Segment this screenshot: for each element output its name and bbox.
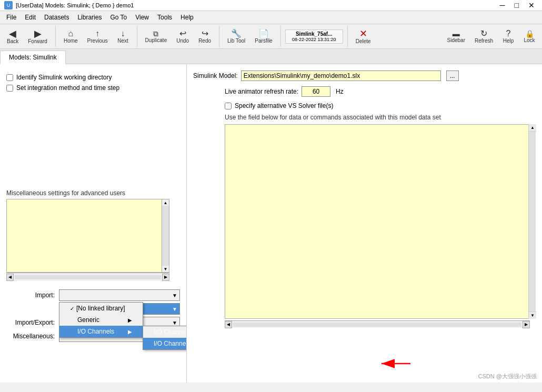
context-generic[interactable]: Generic ▶ [59,314,143,326]
delete-label: Delete [356,38,371,44]
menu-tools[interactable]: Tools [153,12,176,23]
home-button[interactable]: ⌂ Home [60,27,82,46]
watermark: CSDN @大强强小强强 [478,373,537,380]
menu-bar: File Edit Datasets Libraries Go To View … [0,11,542,24]
duplicate-button[interactable]: ⧉ Duplicate [142,28,171,45]
menu-goto[interactable]: Go To [106,12,131,23]
import-export-arrow: ▼ [172,320,177,326]
live-animator-row: Live animator refresh rate: Hz [225,86,536,97]
menu-view[interactable]: View [131,12,153,23]
back-icon: ◀ [9,29,16,38]
libtool-button[interactable]: 🔧 Lib Tool [224,27,249,46]
toolbar-sep-2 [137,26,137,47]
maximize-btn[interactable]: □ [511,1,522,9]
help-label: Help [503,38,514,44]
live-animator-unit: Hz [336,88,344,95]
right-hscroll: ◀ ▶ [225,320,530,328]
lock-button[interactable]: 🔒 Lock [520,28,539,45]
libtool-label: Lib Tool [227,38,245,44]
import-select[interactable]: ▼ [59,289,180,301]
lock-label: Lock [524,37,535,43]
previous-icon: ↑ [95,29,99,38]
refresh-button[interactable]: ↻ Refresh [471,27,497,46]
import-row: Import: ▼ [6,289,180,301]
undo-button[interactable]: ↩ Undo [173,27,193,46]
checkbox-solver-label: Specify alternative VS Solver file(s) [235,102,333,109]
next-button[interactable]: ↓ Next [114,27,133,46]
miscellaneous-label: Miscellaneous: [6,333,59,340]
app-icon: U [4,1,13,9]
right-hscroll-left[interactable]: ◀ [225,321,232,328]
menu-libraries[interactable]: Libraries [73,12,106,23]
checkbox-integration-input[interactable] [6,85,13,92]
simulink-model-row: Simulink Model: ... [193,71,536,81]
delete-icon: ✕ [359,29,367,38]
redo-icon: ↪ [202,29,208,38]
previous-button[interactable]: ↑ Previous [84,27,112,46]
checkmark-no-library: ✓ [70,306,74,311]
forward-icon: ▶ [34,29,42,38]
tab-bar: Models: Simulink [0,49,542,64]
home-icon: ⌂ [68,29,73,38]
tab-models-simulink[interactable]: Models: Simulink [0,51,66,64]
context-no-library[interactable]: ✓[No linked library] [59,303,143,314]
context-io-channels[interactable]: I/O Channels ▶ I/O Channels: Ports I/O C… [59,326,143,337]
generic-submenu-arrow: ▶ [128,317,132,323]
checkbox-solver-input[interactable] [225,103,232,109]
duplicate-label: Duplicate [145,37,167,43]
sidebar-button[interactable]: ▬ Sidebar [444,28,469,45]
right-panel: Simulink Model: ... Live animator refres… [187,64,542,383]
file-name: Simlink_75af... [296,31,332,37]
forward-button[interactable]: ▶ Forward [24,27,51,46]
submenu-io-export[interactable]: I/O Channels: Export [143,338,187,349]
help-icon: ? [506,29,511,38]
hscroll-right[interactable]: ▶ [162,274,169,281]
checkbox-integration: Set integration method and time step [6,84,180,92]
textarea-vscroll: ▲ ▼ [528,124,536,319]
browse-button[interactable]: ... [446,71,459,81]
checkbox-identify-input[interactable] [6,74,13,81]
simulink-model-input[interactable] [241,71,441,81]
title-bar: U [UserData] Models: Simulink; { Demo } … [0,0,542,11]
misc-hscroll: ◀ ▶ [6,273,169,281]
previous-label: Previous [87,38,108,44]
hscroll-left[interactable]: ◀ [6,274,14,281]
redo-button[interactable]: ↪ Redo [195,27,215,46]
data-textarea[interactable] [225,124,530,319]
context-menu: ✓[No linked library] Generic ▶ I/O Chann… [59,302,143,338]
menu-datasets[interactable]: Datasets [40,12,73,23]
textarea-scroll-track [529,132,536,311]
delete-button[interactable]: ✕ Delete [352,27,375,46]
duplicate-icon: ⧉ [153,30,158,37]
scroll-down-arrow[interactable]: ▼ [163,266,169,272]
refresh-icon: ↻ [480,29,487,38]
parsfile-label: Parsfile [255,38,272,44]
instruction-text: Use the field below for data or commands… [225,114,536,121]
toolbar-sep-4 [280,26,281,47]
back-button[interactable]: ◀ Back [3,27,22,46]
submenu-io-ports[interactable]: I/O Channels: Ports [143,326,187,338]
import-export-label: Import/Export: [6,319,59,326]
file-date: 08-22-2022 13:31:20 [292,37,336,42]
next-icon: ↓ [121,29,125,38]
textarea-scroll-down[interactable]: ▼ [529,311,536,319]
live-animator-input[interactable] [302,86,330,97]
undo-icon: ↩ [179,29,186,38]
scroll-up-arrow[interactable]: ▲ [163,199,169,206]
help-button[interactable]: ? Help [499,27,518,46]
misc-box: ▲ ▼ [6,199,169,273]
minimize-btn[interactable]: ─ [497,1,508,9]
menu-edit[interactable]: Edit [21,12,40,23]
menu-help[interactable]: Help [176,12,198,23]
toolbar-sep-3 [219,26,219,47]
misc-scrollbar: ▲ ▼ [162,199,169,272]
menu-file[interactable]: File [2,12,21,23]
next-label: Next [117,38,128,44]
parsfile-button[interactable]: 📄 Parsfile [251,27,276,46]
forward-label: Forward [28,38,47,44]
close-btn[interactable]: ✕ [525,1,538,9]
parsfile-icon: 📄 [258,29,269,38]
import-arrow: ▼ [172,293,177,298]
textarea-scroll-up[interactable]: ▲ [529,124,536,132]
right-hscroll-right[interactable]: ▶ [523,321,530,328]
